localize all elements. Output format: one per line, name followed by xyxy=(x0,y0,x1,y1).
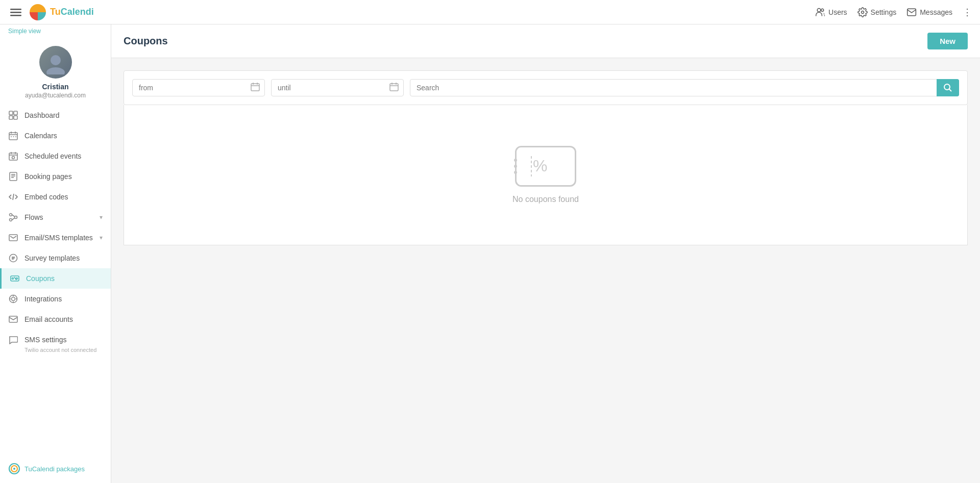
svg-point-7 xyxy=(46,67,65,74)
coupon-dot-3 xyxy=(514,171,517,174)
users-button[interactable]: Users xyxy=(815,7,847,17)
svg-point-3 xyxy=(817,8,821,12)
packages-label: TuCalendi packages xyxy=(24,465,85,473)
svg-point-43 xyxy=(12,297,15,301)
svg-text:%: % xyxy=(533,157,547,175)
logo-icon xyxy=(30,4,46,20)
simple-view-link[interactable]: Simple view xyxy=(0,24,111,38)
sidebar-item-booking-pages[interactable]: Booking pages xyxy=(0,166,111,187)
search-wrap xyxy=(410,79,959,96)
svg-rect-12 xyxy=(9,133,17,140)
svg-point-61 xyxy=(944,84,950,90)
svg-point-4 xyxy=(821,9,824,11)
sidebar: Simple view Cristian ayuda@tucalendi.com xyxy=(0,24,111,483)
svg-rect-0 xyxy=(10,9,21,10)
svg-rect-1 xyxy=(10,12,21,13)
coupon-dot-1 xyxy=(514,159,517,162)
flows-label: Flows xyxy=(24,213,93,221)
email-sms-icon xyxy=(8,233,18,243)
integrations-icon xyxy=(8,294,18,304)
more-button[interactable]: ⋮ xyxy=(963,7,972,18)
svg-point-23 xyxy=(12,157,15,159)
users-label: Users xyxy=(828,8,847,16)
svg-point-40 xyxy=(12,278,14,279)
top-nav: TuCalendi Users Settings Messages xyxy=(0,0,980,24)
from-date-input[interactable] xyxy=(132,79,265,96)
coupon-dots-left xyxy=(516,147,517,185)
svg-rect-8 xyxy=(9,111,13,115)
survey-templates-label: Survey templates xyxy=(24,254,103,262)
sidebar-item-sms-settings[interactable]: SMS settings xyxy=(0,329,111,350)
user-email: ayuda@tucalendi.com xyxy=(25,92,86,99)
search-button[interactable] xyxy=(937,79,959,96)
grid-icon xyxy=(8,110,18,120)
sidebar-item-calendars[interactable]: Calendars xyxy=(0,125,111,146)
email-sms-templates-label: Email/SMS templates xyxy=(24,234,93,242)
sidebar-item-embed-codes[interactable]: Embed codes xyxy=(0,187,111,207)
svg-point-31 xyxy=(10,219,12,221)
scheduled-events-icon xyxy=(8,151,18,161)
empty-message: No coupons found xyxy=(512,195,579,204)
svg-point-29 xyxy=(10,214,12,216)
search-input[interactable] xyxy=(410,79,959,96)
email-sms-chevron: ▾ xyxy=(100,234,103,241)
sidebar-item-flows[interactable]: Flows ▾ xyxy=(0,207,111,227)
coupon-empty-icon: % xyxy=(515,146,576,187)
settings-label: Settings xyxy=(871,8,897,16)
sidebar-item-dashboard[interactable]: Dashboard xyxy=(0,105,111,125)
svg-point-6 xyxy=(51,55,61,65)
content-area: % No coupons found xyxy=(111,58,980,258)
sidebar-item-integrations[interactable]: Integrations xyxy=(0,289,111,309)
svg-point-42 xyxy=(16,278,18,279)
until-date-wrap xyxy=(271,79,404,96)
sidebar-item-email-accounts[interactable]: Email accounts xyxy=(0,309,111,329)
page-title: Coupons xyxy=(124,35,168,47)
svg-line-33 xyxy=(12,218,15,220)
from-date-wrap xyxy=(132,79,265,96)
coupons-label: Coupons xyxy=(26,274,103,283)
until-date-input[interactable] xyxy=(271,79,404,96)
sidebar-bottom: TuCalendi packages xyxy=(0,454,111,483)
page-header: Coupons New xyxy=(111,24,980,58)
sidebar-item-scheduled-events[interactable]: Scheduled events xyxy=(0,146,111,166)
layout: Simple view Cristian ayuda@tucalendi.com xyxy=(0,24,980,483)
svg-rect-24 xyxy=(10,172,17,181)
top-nav-left: TuCalendi xyxy=(8,4,94,20)
coupon-nav-icon xyxy=(10,273,20,284)
svg-rect-34 xyxy=(9,235,17,241)
settings-button[interactable]: Settings xyxy=(857,7,897,17)
main-content: Coupons New xyxy=(111,24,980,483)
survey-icon xyxy=(8,253,18,263)
calendars-label: Calendars xyxy=(24,132,103,140)
user-area: Cristian ayuda@tucalendi.com xyxy=(0,38,111,105)
svg-rect-9 xyxy=(14,111,17,115)
svg-point-52 xyxy=(13,468,15,470)
email-accounts-label: Email accounts xyxy=(24,315,103,323)
booking-pages-icon xyxy=(8,171,18,182)
flows-chevron: ▾ xyxy=(100,214,103,221)
booking-pages-label: Booking pages xyxy=(24,172,103,181)
svg-line-32 xyxy=(12,215,15,217)
coupon-dot-2 xyxy=(514,165,517,168)
avatar-image xyxy=(39,46,72,79)
top-nav-right: Users Settings Messages ⋮ xyxy=(815,7,972,18)
svg-line-28 xyxy=(13,194,14,200)
calendar-icon xyxy=(8,131,18,141)
messages-label: Messages xyxy=(920,8,952,16)
filter-bar xyxy=(124,70,968,105)
user-name: Cristian xyxy=(42,83,68,91)
packages-link[interactable]: TuCalendi packages xyxy=(8,463,103,475)
messages-button[interactable]: Messages xyxy=(906,7,952,17)
flow-icon xyxy=(8,212,18,222)
hamburger-button[interactable] xyxy=(8,5,23,20)
sms-icon xyxy=(8,335,18,345)
sidebar-item-email-sms-templates[interactable]: Email/SMS templates ▾ xyxy=(0,227,111,248)
new-button[interactable]: New xyxy=(927,33,968,49)
email-accounts-icon xyxy=(8,314,18,324)
sidebar-item-coupons[interactable]: Coupons xyxy=(0,268,111,289)
svg-rect-49 xyxy=(9,316,17,322)
scheduled-events-label: Scheduled events xyxy=(24,152,103,160)
sidebar-item-survey-templates[interactable]: Survey templates xyxy=(0,248,111,268)
svg-rect-11 xyxy=(14,116,17,119)
svg-point-5 xyxy=(861,11,864,13)
